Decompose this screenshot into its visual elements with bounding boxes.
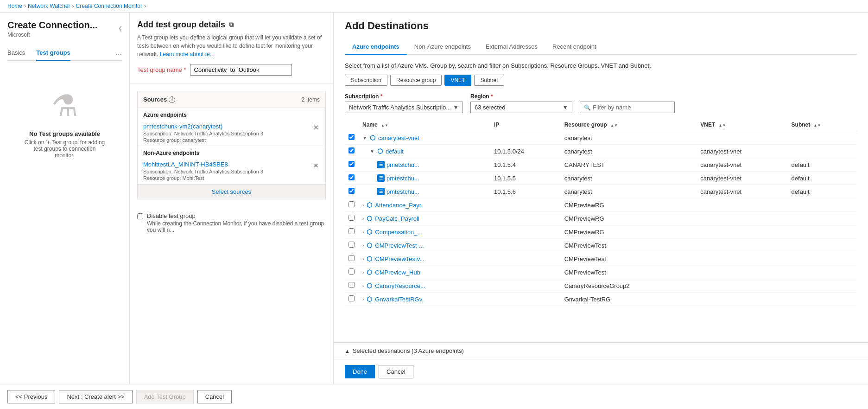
breadcrumb-create-connection-monitor[interactable]: Create Connection Monitor [76, 3, 142, 9]
filter-pill-vnet[interactable]: VNET [444, 75, 471, 86]
sources-count: 2 Items [302, 96, 320, 103]
collapse-icon[interactable]: 《 [115, 25, 122, 33]
region-dropdown[interactable]: 63 selected ▼ [470, 102, 572, 113]
row-checkbox-1[interactable] [348, 147, 355, 153]
right-panel-desc: Select from a list of Azure VMs. Group b… [345, 62, 857, 69]
chevron-up-icon: ▲ [345, 348, 350, 354]
row-checkbox-5[interactable] [348, 201, 355, 207]
breadcrumb-home[interactable]: Home [7, 3, 22, 9]
cancel-button-bottom[interactable]: Cancel [197, 390, 232, 403]
monitor-icon[interactable]: ⧉ [229, 21, 234, 29]
breadcrumb-network-watcher[interactable]: Network Watcher [28, 3, 70, 9]
sidebar-item-test-groups[interactable]: Test groups [36, 45, 70, 61]
vnet-icon-8: ⬡ [366, 242, 373, 249]
filter-by-name-input[interactable] [593, 104, 671, 111]
sidebar-item-basics[interactable]: Basics [7, 45, 25, 61]
previous-button[interactable]: << Previous [7, 390, 55, 403]
row-name-0[interactable]: canarytest-vnet [378, 134, 419, 141]
add-test-group-button[interactable]: Add Test Group [136, 390, 194, 403]
expand-icon-7[interactable]: › [362, 230, 364, 235]
subscription-label: Subscription * [345, 93, 463, 100]
row-subnet-7 [788, 225, 857, 239]
select-sources-button[interactable]: Select sources [138, 184, 325, 199]
row-checkbox-12[interactable] [348, 295, 355, 301]
row-checkbox-11[interactable] [348, 282, 355, 288]
filter-by-name: 🔍 [580, 102, 675, 113]
row-name-6[interactable]: PayCalc_Payroll [375, 215, 419, 222]
row-name-2[interactable]: pmetstchu... [386, 161, 419, 168]
test-group-name-input[interactable] [190, 64, 292, 76]
cancel-button-right[interactable]: Cancel [379, 365, 413, 378]
expand-icon-9[interactable]: › [362, 256, 364, 262]
table-row: ›⬡PayCalc_PayrollCMPreviewRG [345, 212, 857, 225]
sidebar-subtitle: Microsoft [7, 32, 97, 38]
vnet-icon-6: ⬡ [366, 215, 373, 222]
row-checkbox-7[interactable] [348, 228, 355, 234]
selected-summary[interactable]: ▲ Selected destinations (3 Azure endpoin… [334, 342, 868, 359]
sources-label: Sources [143, 96, 167, 103]
row-name-3[interactable]: pmtestchu... [386, 175, 419, 182]
non-azure-endpoint-1-name[interactable]: MohittestLA_MININT-HB4SBE8 [143, 161, 228, 168]
non-azure-endpoint-1-remove[interactable]: ✕ [312, 161, 320, 170]
expand-icon-8[interactable]: › [362, 243, 364, 248]
azure-endpoint-1-remove[interactable]: ✕ [312, 123, 320, 132]
center-panel-title: Add test group details [137, 20, 225, 30]
region-value: 63 selected [475, 104, 506, 111]
row-ip-9 [490, 252, 561, 266]
learn-more-link[interactable]: Learn more about te... [160, 51, 215, 58]
row-name-4[interactable]: pmtestchu... [386, 188, 419, 195]
tab-external-addresses[interactable]: External Addresses [478, 39, 545, 55]
non-azure-endpoint-1-subscription: Subscription: Network Traffic Analytics … [143, 169, 263, 174]
subscription-dropdown[interactable]: Network Traffic Analytics Subscriptio...… [345, 102, 463, 113]
tab-non-azure-endpoints[interactable]: Non-Azure endpoints [407, 39, 478, 55]
sidebar-title: Create Connection... [7, 20, 97, 31]
row-checkbox-10[interactable] [348, 268, 355, 275]
row-checkbox-6[interactable] [348, 215, 355, 221]
table-row: ›⬡CMPreviewTest-...CMPreviewTest [345, 239, 857, 252]
row-name-5[interactable]: Attendance_Payr. [375, 202, 423, 209]
row-subnet-3: default [788, 172, 857, 185]
flask-icon: ⚗ [51, 89, 78, 123]
row-name-9[interactable]: CMPreviewTestv... [375, 256, 424, 262]
expand-icon-10[interactable]: › [362, 270, 364, 275]
sidebar-nav-more[interactable]: ... [116, 49, 122, 57]
vnet-icon-11: ⬡ [366, 282, 373, 289]
filter-pill-subscription[interactable]: Subscription [345, 75, 387, 86]
region-chevron: ▼ [562, 104, 568, 111]
expand-icon-11[interactable]: › [362, 283, 364, 288]
row-name-8[interactable]: CMPreviewTest-... [375, 242, 424, 249]
row-name-7[interactable]: Compensation_... [375, 229, 422, 236]
row-vnet-6 [697, 212, 787, 225]
azure-endpoint-1-name[interactable]: pmtestchunk-vm2(canarytest) [143, 123, 222, 130]
row-name-10[interactable]: CMPreview_Hub [375, 269, 420, 276]
row-vnet-8 [697, 239, 787, 252]
filter-pill-subnet[interactable]: Subnet [474, 75, 504, 86]
expand-icon-1[interactable]: ▼ [370, 149, 374, 154]
row-name-12[interactable]: GnvarkalTestRGv. [375, 296, 424, 303]
row-checkbox-3[interactable] [348, 174, 355, 180]
expand-icon-5[interactable]: › [362, 203, 364, 208]
row-name-1[interactable]: default [386, 148, 404, 155]
expand-icon-0[interactable]: ▼ [362, 135, 367, 141]
disable-test-group-checkbox[interactable] [137, 213, 143, 219]
row-checkbox-4[interactable] [348, 188, 355, 194]
row-checkbox-8[interactable] [348, 242, 355, 248]
row-checkbox-9[interactable] [348, 255, 355, 261]
test-group-name-label: Test group name * [137, 66, 186, 73]
sources-info-icon[interactable]: i [169, 96, 175, 103]
row-checkbox-2[interactable] [348, 161, 355, 167]
next-button[interactable]: Next : Create alert >> [59, 390, 132, 403]
row-checkbox-0[interactable] [348, 134, 355, 140]
vnet-icon-7: ⬡ [366, 228, 373, 236]
row-vnet-11 [697, 279, 787, 293]
expand-icon-6[interactable]: › [362, 216, 364, 221]
non-azure-endpoint-1: MohittestLA_MININT-HB4SBE8 Subscription:… [138, 158, 325, 184]
tab-azure-endpoints[interactable]: Azure endpoints [345, 39, 407, 55]
row-subnet-0 [788, 131, 857, 145]
expand-icon-12[interactable]: › [362, 297, 364, 302]
row-name-11[interactable]: CanaryResource... [375, 282, 425, 289]
sidebar: Create Connection... Microsoft 《 Basics … [0, 13, 130, 384]
tab-recent-endpoint[interactable]: Recent endpoint [545, 39, 604, 55]
filter-pill-resource-group[interactable]: Resource group [390, 75, 442, 86]
done-button[interactable]: Done [345, 365, 375, 378]
